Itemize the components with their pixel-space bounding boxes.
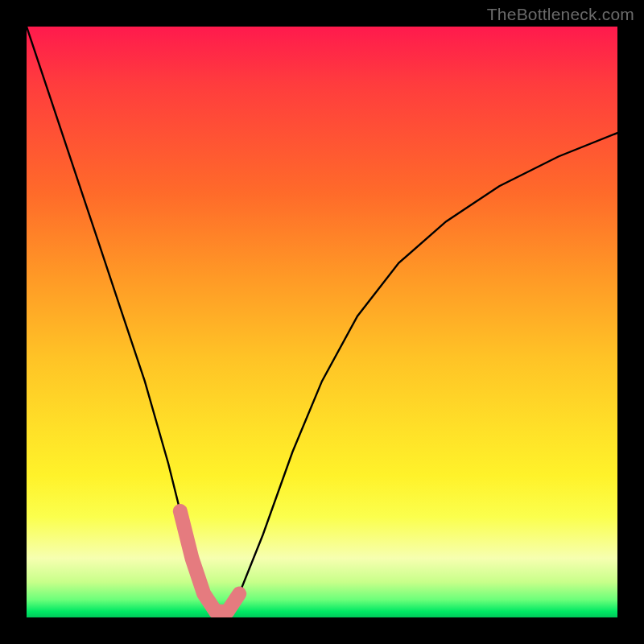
chart-frame: TheBottleneck.com [0, 0, 644, 644]
minimum-overlay [180, 511, 239, 612]
bottleneck-curve [27, 27, 617, 612]
plot-area [27, 27, 617, 617]
attribution-label: TheBottleneck.com [487, 5, 634, 24]
curve-svg [27, 27, 617, 617]
